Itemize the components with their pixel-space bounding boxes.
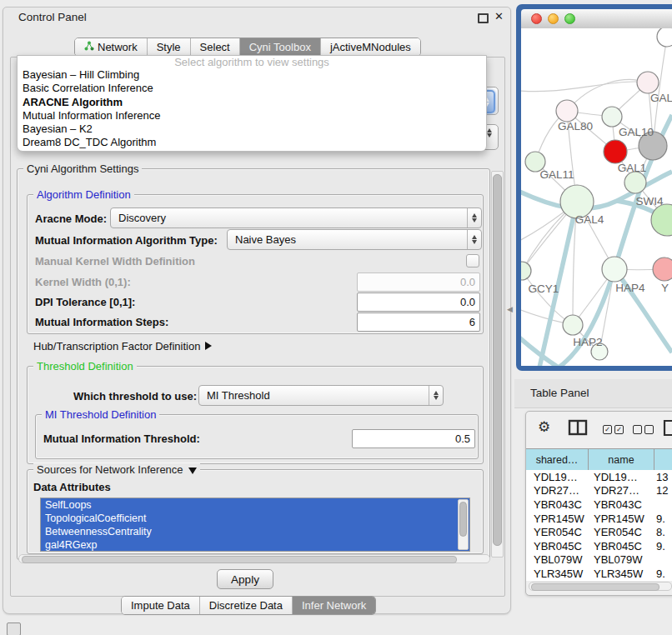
table-cell: YDL19… (588, 471, 653, 483)
node-big-green[interactable] (651, 204, 672, 236)
table-row[interactable]: YBL079WYBL079W (526, 553, 672, 568)
table-cell: 9. (653, 568, 672, 580)
table-cell: YBR043C (588, 498, 653, 511)
collapse-arrow-icon[interactable] (188, 468, 197, 474)
split-columns-icon[interactable] (568, 419, 588, 436)
network-window-titlebar[interactable] (521, 9, 672, 29)
mi-threshold-label: Mutual Information Threshold: (43, 432, 200, 445)
table-horizontal-scrollbar[interactable] (529, 582, 672, 591)
node-top-right[interactable] (657, 28, 672, 47)
mi-steps-field[interactable]: 6 (357, 312, 480, 332)
attribute-list-scrollbar[interactable] (458, 499, 469, 550)
node-hap4[interactable] (602, 257, 627, 282)
table-row[interactable]: YBR045CYBR045C9. (526, 539, 672, 553)
close-traffic-light-icon[interactable] (531, 13, 542, 24)
select-all-checkbox-icon[interactable]: ✓ (614, 425, 624, 434)
new-table-icon[interactable] (663, 418, 672, 437)
aracne-mode-select[interactable]: Discovery (110, 208, 482, 228)
algorithm-option[interactable]: Mutual Information Inference (18, 109, 486, 122)
node-gal-pink[interactable] (637, 72, 659, 93)
table-row[interactable]: YDR27…YDR27…12 (526, 484, 672, 498)
tab-style[interactable]: Style (147, 38, 190, 56)
mi-threshold-definition-title: MI Threshold Definition (42, 408, 159, 421)
tab-select[interactable]: Select (190, 38, 239, 56)
tab-discretize-data[interactable]: Discretize Data (199, 597, 292, 614)
minimize-traffic-light-icon[interactable] (548, 13, 559, 24)
which-threshold-select[interactable]: MI Threshold (198, 385, 444, 406)
node-salmon[interactable] (653, 258, 672, 281)
network-edge[interactable] (521, 82, 648, 92)
network-node-label: Y (661, 282, 669, 294)
table-window: ⚙ ✓ ✓ shared…nameA YDL19…YDL19…13YDR27…Y… (525, 411, 672, 596)
algorithm-option[interactable]: Dream8 DC_TDC Algorithm (18, 136, 486, 149)
tab-network[interactable]: Network (75, 38, 147, 56)
column-header-shared[interactable]: shared… (526, 449, 589, 470)
panel-restore-icon[interactable] (7, 622, 21, 635)
tab-impute-data[interactable]: Impute Data (122, 597, 199, 614)
table-cell: YBL079W (526, 553, 588, 566)
node-gal1[interactable] (624, 172, 646, 193)
settings-vertical-scrollbar[interactable] (491, 171, 504, 558)
algorithm-option[interactable]: Bayesian – K2 (18, 122, 486, 136)
combo-stepper-icon (429, 386, 443, 405)
gear-icon[interactable]: ⚙ (538, 418, 550, 436)
column-header-name[interactable]: name (589, 449, 654, 470)
table-panel-title: Table Panel (530, 387, 589, 399)
manual-kernel-width-checkbox[interactable] (466, 254, 479, 268)
tab-label: jActiveMNodules (330, 41, 411, 53)
tab-label: Impute Data (131, 599, 190, 612)
node-gal10[interactable] (602, 107, 622, 127)
scrollbar-thumb[interactable] (459, 502, 467, 537)
dpi-tolerance-field[interactable]: 0.0 (357, 292, 480, 312)
network-edge[interactable] (522, 271, 573, 325)
expand-arrow-icon[interactable] (205, 342, 212, 350)
mi-threshold-field[interactable]: 0.5 (352, 429, 475, 448)
select-all-checkbox-icon[interactable]: ✓ (603, 425, 612, 434)
network-node-label: GAL10 (619, 126, 654, 138)
tab-label: Network (98, 41, 138, 53)
float-window-icon[interactable] (478, 13, 489, 23)
mi-steps-label: Mutual Information Steps: (35, 316, 168, 328)
zoom-traffic-light-icon[interactable] (564, 13, 575, 24)
table-row[interactable]: YER054CYER054C8. (526, 525, 672, 539)
scrollbar-thumb[interactable] (531, 583, 659, 591)
scrollbar-thumb[interactable] (22, 556, 457, 563)
node-gal80[interactable] (556, 100, 578, 122)
table-row[interactable]: YLR345WYLR345W9. (526, 567, 672, 581)
data-attributes-list[interactable]: SelfLoopsTopologicalCoefficientBetweenne… (40, 498, 470, 552)
column-header-a[interactable]: A (654, 449, 672, 470)
attribute-list-item[interactable]: TopologicalCoefficient (41, 512, 469, 525)
table-row[interactable]: YDL19…YDL19…13 (526, 470, 672, 484)
mi-algorithm-type-select[interactable]: Naive Bayes (227, 229, 482, 250)
tab-cyni-toolbox[interactable]: Cyni Toolbox (239, 38, 320, 56)
mi-algorithm-type-label: Mutual Information Algorithm Type: (35, 234, 218, 247)
screen: Control Panel ✕ NetworkStyleSelectCyni T… (0, 0, 672, 635)
table-cell: YBR045C (588, 540, 653, 552)
node-hap2[interactable] (563, 315, 583, 335)
algorithm-option[interactable]: Basic Correlation Inference (18, 82, 486, 95)
attribute-list-item[interactable]: BetweennessCentrality (41, 525, 469, 538)
network-canvas[interactable]: GALGAL80GAL10GAL1GAL11SWI4GAL4HAP4YGCY1H… (521, 28, 672, 366)
tab-infer-network[interactable]: Infer Network (292, 597, 375, 614)
algorithm-option[interactable]: Bayesian – Hill Climbing (18, 68, 486, 82)
deselect-all-checkbox-icon[interactable] (644, 425, 654, 434)
table-row[interactable]: YBR043CYBR043C (526, 498, 672, 512)
settings-horizontal-scrollbar[interactable] (18, 554, 490, 563)
table-cell: YBR045C (526, 540, 588, 552)
table-row[interactable]: YPR145WYPR145W9. (526, 512, 672, 526)
node-red[interactable] (604, 140, 627, 163)
control-panel-title: Control Panel (18, 11, 87, 23)
attribute-list-item[interactable]: SelfLoops (41, 498, 469, 512)
sources-group-title[interactable]: Sources for Network Inference (33, 463, 200, 476)
close-icon[interactable]: ✕ (494, 10, 504, 22)
splitter-handle-icon[interactable]: ◀ (507, 305, 513, 313)
scrollbar-thumb[interactable] (493, 174, 502, 546)
apply-button[interactable]: Apply (217, 569, 273, 589)
deselect-all-checkbox-icon[interactable] (633, 425, 642, 434)
attribute-list-item[interactable]: gal4RGexp (41, 538, 469, 552)
hub-definition-toggle[interactable]: Hub/Transcription Factor Definition (33, 340, 212, 352)
algorithm-option[interactable]: ARACNE Algorithm (18, 96, 486, 109)
tab-jactivemnodules[interactable]: jActiveMNodules (320, 38, 420, 56)
node-gcy1[interactable] (521, 262, 531, 280)
table-body: YDL19…YDL19…13YDR27…YDR27…12YBR043CYBR04… (526, 470, 672, 581)
